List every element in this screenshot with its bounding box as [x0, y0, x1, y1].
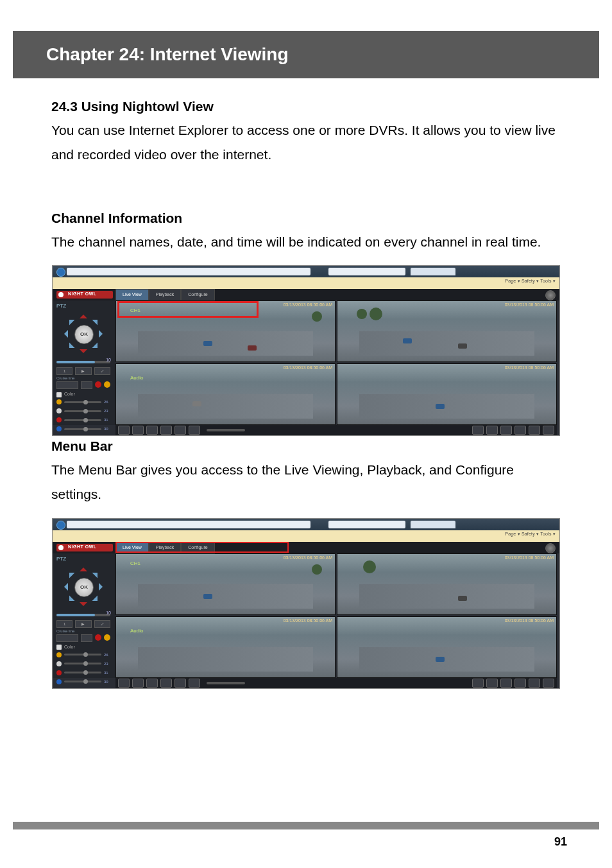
ie-page-menus[interactable]: Page ▾ Safety ▾ Tools ▾	[505, 279, 556, 284]
preset-zoom-button[interactable]: ⤢	[94, 620, 110, 628]
stop-button[interactable]	[174, 426, 186, 435]
tab-playback[interactable]: Playback	[149, 542, 181, 553]
ptz-upleft-icon[interactable]	[64, 315, 75, 326]
contrast-icon	[56, 408, 62, 413]
slider-saturation[interactable]: 31	[56, 670, 110, 675]
ptz-downleft-icon[interactable]	[64, 595, 75, 606]
fullscreen-button[interactable]	[472, 426, 484, 435]
ie-address-bar[interactable]	[67, 521, 310, 528]
nightowl-logo-text: NIGHT OWL	[68, 291, 97, 296]
fullscreen-button[interactable]	[472, 679, 484, 688]
camera-ch3[interactable]: 03/13/2013 08:50:06 AM Audio	[115, 363, 336, 425]
tab-live-view[interactable]: Live View	[115, 289, 149, 300]
single-view-button[interactable]	[486, 426, 498, 435]
cruise-play-button[interactable]	[81, 381, 92, 389]
ptz-left-icon[interactable]	[60, 583, 68, 591]
capture-button[interactable]	[160, 679, 172, 688]
camera-ch4[interactable]: 03/13/2013 08:50:06 AM	[337, 363, 557, 425]
ptz-downright-icon[interactable]	[92, 595, 103, 606]
cruise-select[interactable]	[56, 381, 78, 389]
capture-button[interactable]	[160, 426, 172, 435]
slider-contrast[interactable]: 23	[56, 661, 110, 666]
next-page-button[interactable]	[543, 679, 554, 688]
ie-tab[interactable]	[411, 268, 455, 275]
talk-button[interactable]	[146, 426, 158, 435]
tab-live-view[interactable]: Live View	[115, 542, 149, 553]
ptz-up-icon[interactable]	[80, 311, 87, 318]
prev-page-button[interactable]	[529, 426, 540, 435]
single-view-button[interactable]	[486, 679, 498, 688]
mute-icon[interactable]	[189, 426, 200, 435]
camera-ch1[interactable]: 03/13/2013 08:50:06 AM CH1	[115, 553, 336, 615]
ptz-ok-button[interactable]: OK	[74, 578, 94, 597]
power-icon[interactable]	[545, 543, 556, 553]
ptz-downright-icon[interactable]	[92, 343, 103, 354]
camera-ch2[interactable]: 03/13/2013 08:50:06 AM	[337, 553, 557, 615]
ptz-upright-icon[interactable]	[92, 315, 103, 326]
record-button[interactable]	[118, 426, 130, 435]
ptz-speed-slider[interactable]: 10	[56, 614, 110, 616]
cruise-play-button[interactable]	[81, 634, 92, 642]
ptz-left-icon[interactable]	[60, 330, 68, 338]
camera-ch4[interactable]: 03/13/2013 08:50:06 AM	[337, 616, 557, 678]
preset-zoom-button[interactable]: ⤢	[94, 367, 110, 375]
app-topbar: NIGHT OWL Live View Playback Configure	[53, 542, 559, 553]
ie-page-menus[interactable]: Page ▾ Safety ▾ Tools ▾	[505, 532, 556, 537]
volume-slider[interactable]	[207, 682, 245, 684]
cruise-stop-icon[interactable]	[104, 381, 110, 388]
ptz-upleft-icon[interactable]	[64, 567, 75, 578]
tab-configure[interactable]: Configure	[181, 542, 214, 553]
ptz-right-icon[interactable]	[99, 330, 106, 338]
preset-input[interactable]: 1	[56, 367, 72, 375]
preset-go-button[interactable]: ▶	[75, 620, 91, 628]
stop-button[interactable]	[174, 679, 186, 688]
preset-input[interactable]: 1	[56, 620, 72, 628]
ptz-downleft-icon[interactable]	[64, 343, 75, 354]
slider-contrast[interactable]: 23	[56, 408, 110, 413]
mute-icon[interactable]	[189, 679, 200, 688]
ie-tab[interactable]	[411, 521, 455, 528]
section-heading-24-3: 24.3 Using Nightowl View	[51, 99, 561, 114]
cruise-stop-icon[interactable]	[104, 634, 110, 641]
quad-view-button[interactable]	[500, 426, 512, 435]
ie-search-box[interactable]	[328, 268, 405, 275]
cruise-record-icon[interactable]	[95, 634, 101, 641]
nine-view-button[interactable]	[514, 426, 526, 435]
ie-search-box[interactable]	[328, 521, 405, 528]
ptz-sidebar: PTZ OK 10 1 ▶	[53, 553, 115, 678]
quad-view-button[interactable]	[500, 679, 512, 688]
ptz-down-icon[interactable]	[80, 602, 87, 610]
preset-go-button[interactable]: ▶	[75, 367, 91, 375]
camera-ch1[interactable]: 03/13/2013 08:50:06 AM CH1	[115, 300, 336, 362]
slider-brightness[interactable]: 26	[56, 652, 110, 657]
camera-ch3[interactable]: 03/13/2013 08:50:06 AM Audio	[115, 616, 336, 678]
tab-configure[interactable]: Configure	[181, 289, 214, 300]
ie-address-bar[interactable]	[67, 268, 310, 275]
nine-view-button[interactable]	[514, 679, 526, 688]
talk-button[interactable]	[146, 679, 158, 688]
ptz-speed-slider[interactable]: 10	[56, 361, 110, 363]
power-icon[interactable]	[545, 290, 556, 300]
cruise-select[interactable]	[56, 634, 78, 642]
slider-brightness[interactable]: 26	[56, 399, 110, 404]
volume-slider[interactable]	[207, 429, 245, 431]
snapshot-button[interactable]	[132, 679, 144, 688]
slider-hue[interactable]: 30	[56, 426, 110, 431]
ptz-up-icon[interactable]	[80, 564, 87, 571]
ie-back-button[interactable]	[56, 521, 65, 530]
snapshot-button[interactable]	[132, 426, 144, 435]
ptz-ok-button[interactable]: OK	[74, 325, 94, 344]
cruise-label: Cruise line	[56, 629, 74, 633]
ie-back-button[interactable]	[56, 268, 65, 277]
slider-saturation[interactable]: 31	[56, 417, 110, 422]
ptz-upright-icon[interactable]	[92, 567, 103, 578]
camera-ch2[interactable]: 03/13/2013 08:50:06 AM	[337, 300, 557, 362]
tab-playback[interactable]: Playback	[149, 289, 181, 300]
prev-page-button[interactable]	[529, 679, 540, 688]
record-button[interactable]	[118, 679, 130, 688]
cruise-record-icon[interactable]	[95, 381, 101, 388]
ptz-down-icon[interactable]	[80, 349, 87, 357]
slider-hue[interactable]: 30	[56, 679, 110, 684]
next-page-button[interactable]	[543, 426, 554, 435]
ptz-right-icon[interactable]	[99, 583, 106, 591]
